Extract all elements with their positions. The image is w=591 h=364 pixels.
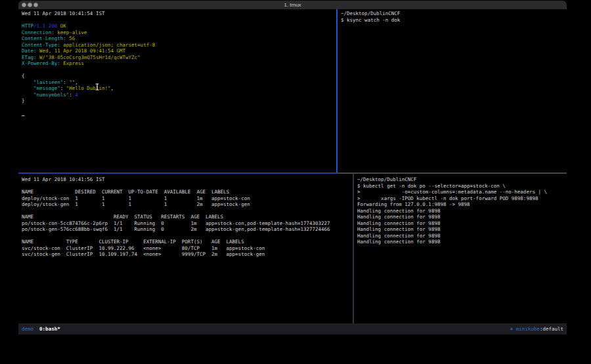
terminal-line: Handling connection for 9898 (357, 214, 567, 220)
text-cursor-pointer (95, 81, 100, 93)
terminal-text-token: 4 (75, 92, 78, 98)
terminal-text-token: "Hello Dublin!" (66, 85, 111, 91)
terminal-text-token: Date: (22, 48, 37, 54)
terminal-text-token: Content-Type: (22, 42, 60, 48)
terminal-line: Handling connection for 9898 (357, 220, 567, 227)
terminal-line: po/stock-gen-576cc688bb-swqf6 1/1 Runnin… (22, 226, 353, 233)
terminal-line: "message": "Hello Dublin!", (22, 85, 336, 92)
terminal-text-token: ⎈ (510, 326, 516, 332)
terminal-line: Connection: keep-alive (22, 30, 336, 36)
terminal-line: Handling connection for 9898 (357, 208, 567, 214)
terminal-line (22, 233, 353, 239)
terminal-text-token: 0:bash* (39, 326, 60, 332)
terminal-line: svc/stock-gen ClusterIP 10.109.197.74 <n… (22, 251, 353, 258)
terminal-line: po/stock-con-5cc874766c-2p6rp 1/1 Runnin… (22, 220, 353, 227)
close-button[interactable] (22, 3, 26, 7)
terminal-line (22, 67, 336, 73)
terminal-line: > -o=custom-columns=:metadata.name --no-… (357, 189, 567, 195)
terminal-line: Handling connection for 9898 (357, 239, 567, 245)
terminal-text-token: X-Powered-By: (22, 60, 60, 66)
traffic-lights (18, 3, 38, 7)
pane-port-forward[interactable]: ~/Desktop/DublinCNCF$ kubectl get -n dok… (354, 174, 567, 323)
terminal-text-token: application/json; charset=utf-8 (60, 42, 156, 48)
window-title: 1. tmux (18, 2, 567, 8)
terminal-line: _ (22, 110, 336, 117)
terminal-text-token: , (75, 79, 78, 85)
terminal-line: NAME TYPE CLUSTER-IP EXTERNAL-IP PORT(S)… (22, 239, 353, 245)
terminal-text-token: demo (22, 326, 33, 332)
terminal-line: ETag: W/"38-05coCsrg3mQ75sHr1d/qcWTwYZc" (22, 54, 336, 61)
desktop-background: 1. tmux Wed 11 Apr 2018 10:41:54 ISTHTTP… (0, 0, 591, 364)
terminal-text-token: Connection: (22, 30, 55, 35)
terminal-text-token: keep-alive (55, 30, 87, 35)
terminal-line: } (22, 98, 336, 104)
terminal-text-token: W/"38-05coCsrg3mQ75sHr1d/qcWTwYZc" (37, 54, 141, 60)
terminal-text-token: /1.1 200 (33, 23, 57, 29)
terminal-line: Handling connection for 9898 (357, 226, 567, 233)
terminal-text-token: Wed, 11 Apr 2018 09:41:54 GMT (37, 48, 125, 54)
pane-port-forward-content: ~/Desktop/DublinCNCF$ kubectl get -n dok… (354, 174, 567, 245)
terminal-line: Content-Length: 56 (22, 35, 336, 42)
tmux-session: Wed 11 Apr 2018 10:41:54 ISTHTTP/1.1 200… (18, 9, 567, 323)
terminal-line: svc/stock-con ClusterIP 10.99.222.96 <no… (22, 245, 353, 252)
terminal-text-token: "message" (22, 85, 60, 91)
terminal-text-token: ETag: (22, 54, 37, 60)
terminal-window: 1. tmux Wed 11 Apr 2018 10:41:54 ISTHTTP… (18, 1, 567, 334)
terminal-line: Forwarding from 127.0.0.1:9898 -> 9898 (357, 201, 567, 208)
terminal-line: ~/Desktop/DublinCNCF (341, 10, 567, 17)
terminal-line: NAME DESIRED CURRENT UP-TO-DATE AVAILABL… (22, 189, 353, 195)
status-right-kube-context: ⎈ minikube:default (510, 326, 563, 332)
terminal-line: $ ksync watch -n dok (341, 17, 567, 24)
terminal-line: HTTP/1.1 200 OK (22, 23, 336, 30)
pane-ksync-content: ~/Desktop/DublinCNCF$ ksync watch -n dok (338, 9, 567, 23)
pane-kubectl-get-content: Wed 11 Apr 2018 10:41:56 ISTNAME DESIRED… (18, 174, 353, 258)
terminal-text-token: "lastseen" (22, 79, 63, 85)
terminal-line: Wed 11 Apr 2018 10:41:54 IST (22, 10, 336, 17)
terminal-line: { (22, 73, 336, 79)
terminal-text-token: : (60, 85, 66, 91)
zoom-button[interactable] (33, 3, 38, 7)
terminal-line: Content-Type: application/json; charset=… (22, 42, 336, 49)
terminal-text-token (33, 326, 39, 332)
terminal-text-token: "numsymbols" (22, 92, 69, 98)
terminal-line: "lastseen": "", (22, 79, 336, 86)
terminal-text-token: :default (540, 326, 563, 332)
terminal-text-token: minikube (516, 326, 540, 332)
terminal-line: Wed 11 Apr 2018 10:41:56 IST (22, 176, 353, 183)
terminal-text-token: : (63, 79, 69, 85)
terminal-text-token: "" (69, 79, 75, 85)
terminal-line: NAME READY STATUS RESTARTS AGE LABELS (22, 214, 353, 220)
terminal-line: deploy/stock-con 1 1 1 1 1m app=stock-co… (22, 195, 353, 202)
status-left-session-window[interactable]: demo 0:bash* (22, 326, 60, 332)
terminal-line: deploy/stock-gen 1 1 1 1 2m app=stock-ge… (22, 201, 353, 208)
pane-http-response-content: Wed 11 Apr 2018 10:41:54 ISTHTTP/1.1 200… (18, 9, 336, 117)
terminal-text-token: Content-Length: (22, 35, 66, 41)
window-titlebar[interactable]: 1. tmux (18, 1, 567, 9)
pane-http-response[interactable]: Wed 11 Apr 2018 10:41:54 ISTHTTP/1.1 200… (18, 9, 336, 172)
terminal-line: "numsymbols": 4 (22, 92, 336, 98)
pane-kubectl-get[interactable]: Wed 11 Apr 2018 10:41:56 ISTNAME DESIRED… (18, 174, 353, 323)
terminal-text-token: 56 (66, 35, 76, 41)
terminal-text-token: _ (22, 110, 25, 116)
terminal-line: ~/Desktop/DublinCNCF (357, 176, 567, 183)
terminal-line (22, 104, 336, 111)
terminal-line (22, 208, 353, 214)
terminal-text-token: OK (60, 23, 66, 29)
terminal-line (22, 17, 336, 24)
terminal-text-token: , (110, 85, 114, 91)
terminal-line: X-Powered-By: Express (22, 60, 336, 67)
terminal-line (22, 183, 353, 190)
terminal-line: Handling connection for 9898 (357, 233, 567, 239)
minimize-button[interactable] (28, 3, 32, 7)
terminal-text-token: : (69, 92, 75, 98)
terminal-text-token: HTTP (22, 23, 33, 29)
terminal-line: > xargs -IPOD kubectl -n dok port-forwar… (357, 195, 567, 202)
tmux-status-bar: demo 0:bash* ⎈ minikube:default (18, 323, 567, 334)
terminal-line: Date: Wed, 11 Apr 2018 09:41:54 GMT (22, 48, 336, 54)
pane-ksync[interactable]: ~/Desktop/DublinCNCF$ ksync watch -n dok (338, 9, 567, 172)
terminal-text-token: Express (60, 60, 84, 66)
terminal-line: $ kubectl get -n dok po --selector=app=s… (357, 183, 567, 190)
